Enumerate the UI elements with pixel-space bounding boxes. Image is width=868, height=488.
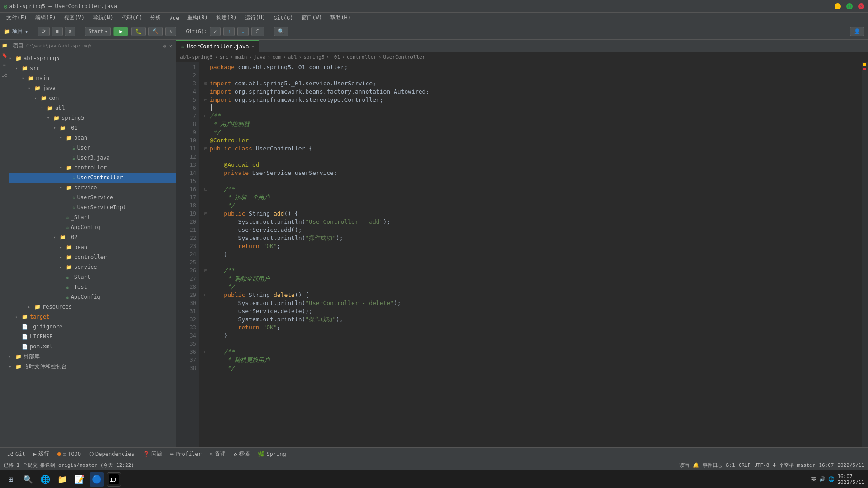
minimize-button[interactable]: −: [835, 3, 841, 9]
fold-btn-26[interactable]: ⊟: [204, 267, 210, 275]
menu-item-v[interactable]: 视图(V): [60, 13, 88, 23]
user-profile-button[interactable]: 👤: [850, 27, 864, 36]
tree-item-src[interactable]: ▾📁src: [9, 63, 176, 73]
git-pull-button[interactable]: ↓: [237, 27, 249, 36]
tree-item-AppConfig[interactable]: ☕AppConfig: [9, 222, 176, 232]
bottom-tool-todo[interactable]: ☑TODO: [54, 450, 85, 458]
code-line-6[interactable]: [204, 104, 862, 112]
code-line-26[interactable]: ⊟ /**: [204, 267, 862, 275]
breadcrumb-part-1[interactable]: src: [219, 54, 228, 60]
code-line-32[interactable]: System.out.println("操作成功");: [204, 315, 862, 324]
code-line-29[interactable]: ⊟ public String delete() {: [204, 291, 862, 299]
code-line-11[interactable]: ⊟public class UserController {: [204, 145, 862, 153]
project-dropdown[interactable]: 📁 项目 ▾: [4, 28, 28, 35]
tree-item-User[interactable]: ☕User: [9, 143, 176, 153]
tree-item-User3java[interactable]: ☕User3.java: [9, 153, 176, 163]
menu-item-u[interactable]: 运行(U): [241, 13, 269, 23]
tree-item-AppConfig2[interactable]: ☕AppConfig: [9, 292, 176, 302]
tree-item-UserController[interactable]: ☕UserController: [9, 173, 176, 183]
breadcrumb-part-7[interactable]: _01: [331, 54, 340, 60]
tree-item-_02[interactable]: ▾📁_02: [9, 232, 176, 242]
tree-item-UserService[interactable]: ☕UserService: [9, 192, 176, 202]
code-line-1[interactable]: package com.abl.spring5._01.controller;: [204, 63, 862, 71]
search-taskbar[interactable]: 🔍: [21, 472, 35, 487]
menu-item-e[interactable]: 编辑(E): [32, 13, 60, 23]
start-button[interactable]: ⊞: [4, 472, 18, 487]
code-line-38[interactable]: */: [204, 364, 862, 372]
code-line-21[interactable]: userService.add();: [204, 226, 862, 234]
file-explorer[interactable]: 📁: [55, 472, 70, 487]
tree-item-target[interactable]: ▸📁target: [9, 312, 176, 322]
sync-button[interactable]: ⟳: [38, 27, 50, 36]
tree-item-service2[interactable]: ▸📁service: [9, 262, 176, 272]
run-button[interactable]: ▶: [113, 27, 128, 36]
bottom-tool-问题[interactable]: ❓问题: [139, 449, 166, 459]
breadcrumb-part-9[interactable]: UserController: [383, 54, 425, 60]
code-line-27[interactable]: * 删除全部用户: [204, 275, 862, 283]
fold-btn-5[interactable]: ⊟: [204, 96, 210, 104]
tree-item-_Start[interactable]: ☕_Start: [9, 212, 176, 222]
code-line-22[interactable]: System.out.println("操作成功");: [204, 234, 862, 242]
code-line-25[interactable]: [204, 258, 862, 267]
tree-item-UserServiceImpl[interactable]: ☕UserServiceImpl: [9, 202, 176, 212]
menu-item-c[interactable]: 代码(C): [118, 13, 146, 23]
code-line-7[interactable]: ⊟/**: [204, 112, 862, 120]
code-line-37[interactable]: * 随机更换用户: [204, 356, 862, 364]
bottom-tool-备课[interactable]: ✎备课: [206, 449, 229, 459]
code-line-17[interactable]: * 添加一个用户: [204, 193, 862, 202]
menu-item-gitg[interactable]: Git(G): [270, 14, 297, 22]
blue-app[interactable]: 🔵: [90, 472, 104, 487]
code-line-14[interactable]: private UserService userService;: [204, 169, 862, 177]
code-line-19[interactable]: ⊟ public String add() {: [204, 210, 862, 218]
code-content[interactable]: package com.abl.spring5._01.controller;⊟…: [199, 62, 862, 447]
tree-item-controller2[interactable]: ▸📁controller: [9, 252, 176, 262]
code-line-24[interactable]: }: [204, 250, 862, 258]
breadcrumb-part-2[interactable]: main: [235, 54, 247, 60]
tree-item-resources[interactable]: ▸📁resources: [9, 302, 176, 312]
code-line-10[interactable]: @Controller: [204, 136, 862, 145]
fold-btn-3[interactable]: ⊟: [204, 80, 210, 88]
tree-item-controller[interactable]: ▾📁controller: [9, 163, 176, 173]
network-icon[interactable]: 🌐: [828, 476, 835, 482]
build-button[interactable]: 🔨: [148, 27, 163, 36]
breadcrumb-part-0[interactable]: abl-spring5: [180, 54, 213, 60]
breadcrumb-part-6[interactable]: spring5: [303, 54, 324, 60]
tree-item-java[interactable]: ▾📁java: [9, 83, 176, 93]
fold-btn-16[interactable]: ⊟: [204, 185, 210, 193]
code-line-18[interactable]: */: [204, 202, 862, 210]
code-line-36[interactable]: ⊟ /**: [204, 348, 862, 356]
tree-item-main[interactable]: ▾📁main: [9, 73, 176, 83]
tree-item-_Start2[interactable]: ☕_Start: [9, 272, 176, 282]
menu-item-n[interactable]: 导航(N): [89, 13, 117, 23]
tree-item-pom[interactable]: 📄pom.xml: [9, 342, 176, 352]
code-line-20[interactable]: System.out.println("UserController - add…: [204, 218, 862, 226]
structure-icon[interactable]: ≡: [1, 61, 8, 69]
tree-item-LICENSE[interactable]: 📄LICENSE: [9, 332, 176, 342]
fold-btn-19[interactable]: ⊟: [204, 210, 210, 218]
reload-button[interactable]: ↻: [165, 27, 177, 36]
volume-icon[interactable]: 🔊: [819, 476, 826, 482]
search-everywhere-button[interactable]: 🔍: [274, 27, 288, 36]
code-line-35[interactable]: [204, 340, 862, 348]
breadcrumb-part-8[interactable]: controller: [347, 54, 377, 60]
bottom-tool-git[interactable]: ⎇Git: [4, 450, 29, 458]
code-line-33[interactable]: return "OK";: [204, 324, 862, 332]
menu-item-b[interactable]: 构建(B): [212, 13, 241, 23]
menu-item-w[interactable]: 窗口(W): [298, 13, 326, 23]
tab-close-icon[interactable]: ✕: [252, 44, 255, 49]
notepad[interactable]: 📝: [72, 472, 87, 487]
idea-icon[interactable]: IJ: [107, 472, 121, 487]
fold-btn-7[interactable]: ⊟: [204, 112, 210, 120]
code-line-31[interactable]: userService.delete();: [204, 307, 862, 315]
editor-tab-usercontroller[interactable]: ☕ UserController.java ✕: [176, 40, 259, 52]
structure-button[interactable]: ≡: [52, 27, 63, 36]
edge-browser[interactable]: 🌐: [38, 472, 52, 487]
code-line-9[interactable]: */: [204, 128, 862, 136]
tree-item-_01[interactable]: ▾📁_01: [9, 123, 176, 133]
git-commit-button[interactable]: ✓: [210, 27, 221, 36]
code-line-23[interactable]: return "OK";: [204, 242, 862, 250]
tree-item-bean2[interactable]: ▸📁bean: [9, 242, 176, 252]
maximize-button[interactable]: □: [846, 3, 853, 9]
tree-item-service[interactable]: ▾📁service: [9, 183, 176, 192]
code-line-12[interactable]: [204, 153, 862, 161]
